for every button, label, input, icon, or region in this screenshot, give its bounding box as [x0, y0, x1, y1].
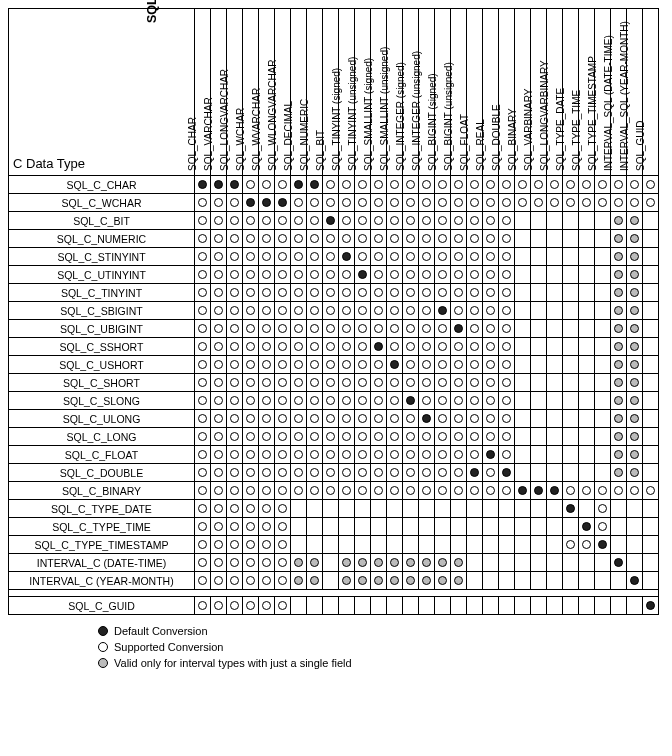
conversion-cell: [451, 464, 467, 482]
conversion-cell: [307, 248, 323, 266]
conversion-cell: [595, 338, 611, 356]
conversion-cell: [483, 428, 499, 446]
conversion-cell: [259, 302, 275, 320]
conversion-cell: [595, 212, 611, 230]
conversion-cell: [307, 176, 323, 194]
conversion-cell: [611, 554, 627, 572]
open-circle-icon: [374, 432, 383, 441]
conversion-cell: [291, 212, 307, 230]
open-circle-icon: [406, 234, 415, 243]
conversion-cell: [547, 284, 563, 302]
open-circle-icon: [502, 432, 511, 441]
conversion-cell: [259, 597, 275, 615]
conversion-cell: [371, 302, 387, 320]
filled-circle-icon: [262, 198, 271, 207]
open-circle-icon: [374, 252, 383, 261]
conversion-cell: [371, 554, 387, 572]
sql-axis-label: SQL Data Type: [145, 0, 159, 23]
open-circle-icon: [246, 288, 255, 297]
conversion-cell: [323, 212, 339, 230]
filled-circle-icon: [582, 522, 591, 531]
open-circle-icon: [422, 324, 431, 333]
conversion-cell: [531, 212, 547, 230]
conversion-cell: [547, 212, 563, 230]
open-circle-icon: [422, 252, 431, 261]
col-header-label: SQL_BIGINT (unsigned): [442, 62, 453, 171]
filled-circle-icon: [326, 216, 335, 225]
grey-circle-icon: [630, 432, 639, 441]
conversion-cell: [499, 338, 515, 356]
conversion-cell: [563, 572, 579, 590]
conversion-cell: [259, 194, 275, 212]
open-circle-icon: [326, 270, 335, 279]
conversion-cell: [387, 554, 403, 572]
table-row: SQL_C_LONG: [9, 428, 659, 446]
conversion-cell: [451, 518, 467, 536]
open-circle-icon: [502, 396, 511, 405]
conversion-cell: [323, 597, 339, 615]
conversion-cell: [435, 554, 451, 572]
conversion-cell: [467, 320, 483, 338]
conversion-cell: [627, 194, 643, 212]
open-circle-icon: [406, 342, 415, 351]
conversion-cell: [227, 518, 243, 536]
conversion-cell: [387, 320, 403, 338]
open-circle-icon: [502, 252, 511, 261]
conversion-cell: [627, 230, 643, 248]
conversion-cell: [371, 464, 387, 482]
grey-circle-icon: [438, 576, 447, 585]
conversion-cell: [515, 500, 531, 518]
open-circle-icon: [374, 414, 383, 423]
conversion-cell: [563, 536, 579, 554]
conversion-cell: [403, 194, 419, 212]
conversion-cell: [291, 194, 307, 212]
conversion-cell: [627, 446, 643, 464]
conversion-cell: [339, 212, 355, 230]
filled-circle-icon: [358, 270, 367, 279]
conversion-cell: [563, 176, 579, 194]
conversion-cell: [483, 392, 499, 410]
open-circle-icon: [422, 198, 431, 207]
conversion-cell: [355, 572, 371, 590]
open-circle-icon: [470, 180, 479, 189]
open-circle-icon: [390, 270, 399, 279]
conversion-cell: [355, 248, 371, 266]
col-header-label: INTERVAL_SQL (DATE-TIME): [602, 35, 613, 171]
open-circle-icon: [326, 486, 335, 495]
grey-circle-icon: [630, 306, 639, 315]
conversion-cell: [387, 428, 403, 446]
open-circle-icon: [262, 486, 271, 495]
conversion-cell: [275, 266, 291, 284]
row-header: SQL_C_NUMERIC: [9, 230, 195, 248]
conversion-cell: [419, 446, 435, 464]
row-header: INTERVAL_C (YEAR-MONTH): [9, 572, 195, 590]
open-circle-icon: [230, 522, 239, 531]
open-circle-icon: [262, 288, 271, 297]
conversion-cell: [355, 338, 371, 356]
open-circle-icon: [358, 342, 367, 351]
open-circle-icon: [342, 486, 351, 495]
open-circle-icon: [470, 324, 479, 333]
conversion-cell: [563, 392, 579, 410]
conversion-cell: [611, 356, 627, 374]
conversion-cell: [355, 266, 371, 284]
conversion-cell: [435, 500, 451, 518]
conversion-cell: [531, 482, 547, 500]
open-circle-icon: [278, 522, 287, 531]
conversion-cell: [227, 302, 243, 320]
conversion-cell: [387, 266, 403, 284]
conversion-cell: [483, 410, 499, 428]
open-circle-icon: [262, 432, 271, 441]
open-circle-icon: [278, 360, 287, 369]
conversion-cell: [643, 392, 659, 410]
open-circle-icon: [342, 432, 351, 441]
table-row: SQL_C_TINYINT: [9, 284, 659, 302]
conversion-cell: [275, 392, 291, 410]
conversion-cell: [275, 230, 291, 248]
conversion-cell: [451, 302, 467, 320]
conversion-cell: [243, 194, 259, 212]
open-circle-icon: [358, 234, 367, 243]
conversion-cell: [643, 266, 659, 284]
open-circle-icon: [198, 216, 207, 225]
open-circle-icon: [502, 180, 511, 189]
